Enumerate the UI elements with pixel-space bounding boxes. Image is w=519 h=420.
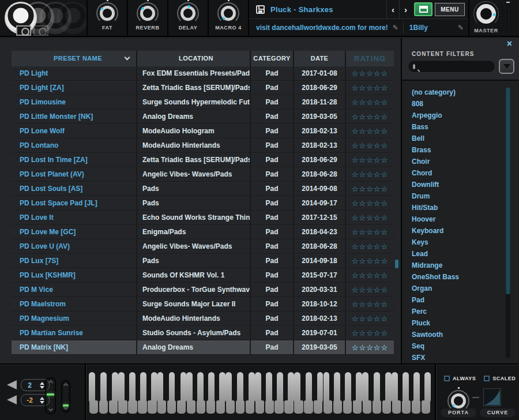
master-knob[interactable] [475,3,497,25]
category-item[interactable]: (no category) [402,87,519,98]
piano-key[interactable] [148,372,157,414]
category-item[interactable]: OneShot Bass [402,271,519,283]
porta-knob[interactable] [450,392,467,410]
table-row[interactable]: PD Lost Planet (AV)Angelic Vibes- Waves/… [12,167,394,182]
table-row[interactable]: PD Lone WolfModeAudio HologramPad2018-02… [12,124,394,138]
table-row[interactable]: PD Lost Space Pad [JL]PadsPad2014-09-17☆… [12,196,394,211]
piano-keyboard[interactable] [89,372,431,414]
rating-stars[interactable]: ☆☆☆☆☆ [346,326,394,340]
category-item[interactable]: Pad [402,294,519,306]
piano-key[interactable] [362,372,372,414]
rating-stars[interactable]: ☆☆☆☆☆ [346,211,394,225]
prev-preset-button[interactable]: ‹ [386,0,399,18]
piano-key[interactable] [216,372,225,414]
piano-key[interactable] [284,372,294,414]
table-row[interactable]: PD Lost In Time [ZA]Zetta Triadic Bass [… [12,153,394,167]
piano-key[interactable] [314,372,324,414]
rating-stars[interactable]: ☆☆☆☆☆ [346,182,394,196]
rating-stars[interactable]: ☆☆☆☆☆ [346,167,394,182]
rating-stars[interactable]: ☆☆☆☆☆ [346,254,394,268]
close-icon[interactable]: × [507,39,512,48]
piano-key[interactable] [411,372,421,414]
category-item[interactable]: Pluck [402,317,519,329]
rating-stars[interactable]: ☆☆☆☆☆ [346,138,394,153]
category-item[interactable]: SFX [402,352,519,360]
edit-description-icon[interactable]: ✎ [393,24,398,32]
fat-knob[interactable] [99,5,116,22]
category-item[interactable]: Hit/Stab [402,202,519,213]
piano-key[interactable] [294,372,304,414]
next-preset-button[interactable]: › [399,0,412,18]
category-item[interactable]: Bell [402,133,519,144]
rating-stars[interactable]: ☆☆☆☆☆ [346,225,394,239]
menu-button[interactable]: MENU [435,3,465,16]
category-item[interactable]: Choir [402,156,519,167]
rating-stars[interactable]: ☆☆☆☆☆ [346,312,394,326]
column-header-rating[interactable]: RATING [346,51,394,66]
column-header-date[interactable]: DATE [294,51,346,66]
save-icon[interactable] [256,5,265,14]
preset-name[interactable]: Pluck - Sharkxes [270,5,386,14]
rating-stars[interactable]: ☆☆☆☆☆ [346,239,394,254]
piano-key[interactable] [343,372,352,414]
table-row[interactable]: PD Little Monster [NK]Analog DreamsPad20… [12,110,394,124]
piano-key[interactable] [118,372,128,414]
table-row[interactable]: PD MaelstromSurge Sounds Major Lazer IIP… [12,297,394,312]
curve-display[interactable] [483,388,501,406]
piano-key[interactable] [382,372,392,414]
piano-key[interactable] [196,372,206,414]
piano-key[interactable] [167,372,177,414]
piano-key[interactable] [128,372,138,414]
category-item[interactable]: Seq [402,340,519,352]
piano-key[interactable] [324,372,333,414]
column-header-location[interactable]: LOCATION [137,51,251,66]
category-item[interactable]: Arpeggio [402,110,519,121]
piano-key[interactable] [392,372,401,414]
table-scrollbar-handle[interactable] [395,260,398,268]
piano-key[interactable] [89,372,99,414]
category-scrollbar-handle[interactable] [506,88,510,294]
category-item[interactable]: Drum [402,190,519,202]
search-input[interactable] [419,61,501,72]
piano-key[interactable] [138,372,148,414]
piano-key[interactable] [333,372,343,414]
preset-description-field[interactable]: visit dancehallworldwxde.com for more! [256,24,388,32]
rating-stars[interactable]: ☆☆☆☆☆ [346,66,394,81]
category-item[interactable]: Keyboard [402,225,519,237]
piano-key[interactable] [245,372,255,414]
rating-stars[interactable]: ☆☆☆☆☆ [346,196,394,211]
table-row[interactable]: PD Lost Souls [AS]PadsPad2014-09-08☆☆☆☆☆ [12,182,394,196]
category-item[interactable]: Chord [402,167,519,179]
rating-stars[interactable]: ☆☆☆☆☆ [346,283,394,297]
rating-stars[interactable]: ☆☆☆☆☆ [346,110,394,124]
table-row[interactable]: PD Love U (AV)Angelic Vibes- Waves/PadsP… [12,239,394,254]
rating-stars[interactable]: ☆☆☆☆☆ [346,95,394,110]
category-item[interactable]: Keys [402,237,519,248]
rating-stars[interactable]: ☆☆☆☆☆ [346,153,394,167]
piano-key[interactable] [255,372,265,414]
category-item[interactable]: 808 [402,98,519,110]
column-header-preset-name[interactable]: PRESET NAME [12,51,137,66]
edit-author-icon[interactable]: ✎ [458,24,464,32]
rating-stars[interactable]: ☆☆☆☆☆ [346,340,394,355]
table-row[interactable]: PD MagnesiumModeAudio HinterlandsPad2018… [12,312,394,326]
bend-down-arrow-icon[interactable] [7,395,17,404]
piano-key[interactable] [421,372,431,414]
column-header-category[interactable]: CATEGORY [251,51,294,66]
browser-toggle-button[interactable] [414,2,432,16]
table-row[interactable]: PD Martian SunriseStudio Sounds - Asylum… [12,326,394,340]
category-item[interactable]: Sawtooth [402,329,519,340]
delay-knob[interactable] [179,5,197,22]
macro4-knob[interactable] [220,5,237,22]
category-item[interactable]: Brass [402,144,519,156]
piano-key[interactable] [99,372,108,414]
piano-key[interactable] [176,372,186,414]
category-item[interactable]: Organ [402,283,519,294]
piano-key[interactable] [225,372,235,414]
preset-author-field[interactable]: 1Billy [409,24,453,32]
table-row[interactable]: PD Love ItEcho Sound Works Strange Thing… [12,211,394,225]
table-row[interactable]: PD Love Me [GC]Enigma/PadsPad2018-04-23☆… [12,225,394,239]
piano-key[interactable] [352,372,362,414]
piano-key[interactable] [186,372,196,414]
table-row[interactable]: PD Light [ZA]Zetta Triadic Bass [SERUM]/… [12,81,394,95]
